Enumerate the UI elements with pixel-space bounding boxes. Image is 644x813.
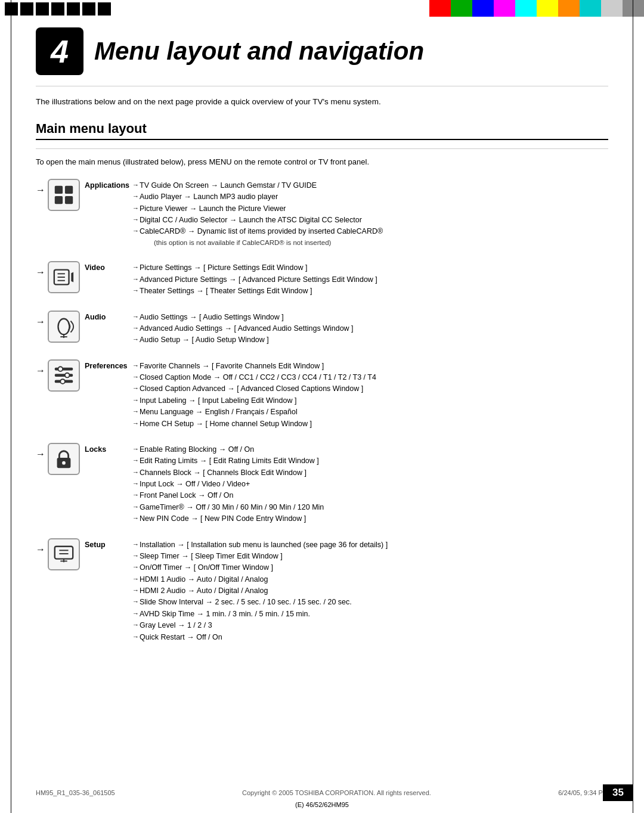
- menu-item-line: HDMI 2 Audio → Auto / Digital / Analog: [132, 585, 608, 597]
- menu-item-line: Advanced Picture Settings → [ Advanced P…: [132, 274, 608, 286]
- svg-point-15: [58, 367, 63, 371]
- bottom-model-label: (E) 46/52/62HM95: [295, 801, 349, 808]
- page-content: 4 Menu layout and navigation The illustr…: [0, 0, 644, 692]
- menu-item-line: Channels Block → [ Channels Block Edit W…: [132, 467, 608, 479]
- menu-item-line: (this option is not available if CableCA…: [132, 238, 608, 249]
- section-title: Main menu layout: [36, 121, 608, 140]
- menu-item-line: GameTimer® → Off / 30 Min / 60 Min / 90 …: [132, 502, 608, 513]
- video-icon: [48, 261, 80, 293]
- setup-items: Installation → [ Installation sub menu i…: [132, 538, 608, 643]
- menu-item-line: HDMI 1 Audio → Auto / Digital / Analog: [132, 574, 608, 585]
- page-border-left: [11, 0, 11, 813]
- menu-row-arrow: →: [36, 185, 45, 196]
- video-label: Video: [85, 261, 132, 272]
- svg-rect-2: [55, 196, 63, 204]
- menu-row-arrow: →: [36, 449, 45, 460]
- footer: HM95_R1_035-36_061505 Copyright © 2005 T…: [36, 789, 608, 796]
- audio-label: Audio: [85, 311, 132, 321]
- menu-item-line: Input Labeling → [ Input Labeling Edit W…: [132, 395, 608, 406]
- locks-icon: [48, 443, 80, 475]
- menu-item-line: Advanced Audio Settings → [ Advanced Aud…: [132, 323, 608, 334]
- menu-item-line: Audio Player → Launch MP3 audio player: [132, 191, 608, 203]
- svg-point-17: [60, 379, 65, 384]
- svg-point-16: [65, 373, 70, 377]
- menu-item-line: Home CH Setup → [ Home channel Setup Win…: [132, 418, 608, 430]
- intro-text: The illustrations below and on the next …: [36, 96, 608, 108]
- locks-label: Locks: [85, 443, 132, 454]
- menu-row-setup: →SetupInstallation → [ Installation sub …: [36, 538, 608, 643]
- svg-point-9: [58, 318, 70, 334]
- audio-items: Audio Settings → [ Audio Settings Window…: [132, 311, 608, 346]
- svg-marker-5: [71, 272, 73, 283]
- setup-label: Setup: [85, 538, 132, 549]
- menu-item-line: TV Guide On Screen → Launch Gemstar / TV…: [132, 180, 608, 191]
- menu-item-line: Front Panel Lock → Off / On: [132, 490, 608, 501]
- menu-item-line: Menu Language → English / Français / Esp…: [132, 406, 608, 418]
- preferences-label: Preferences: [85, 359, 132, 370]
- footer-right: 6/24/05, 9:34 PM: [558, 789, 608, 796]
- svg-point-19: [62, 461, 66, 465]
- menu-item-line: Picture Settings → [ Picture Settings Ed…: [132, 262, 608, 274]
- menu-item-line: Sleep Timer → [ Sleep Timer Edit Window …: [132, 551, 608, 562]
- menu-row-audio: →AudioAudio Settings → [ Audio Settings …: [36, 311, 608, 346]
- chapter-header: 4 Menu layout and navigation: [36, 27, 608, 75]
- footer-left: HM95_R1_035-36_061505: [36, 789, 115, 796]
- menu-item-line: Audio Settings → [ Audio Settings Window…: [132, 312, 608, 323]
- preferences-icon: [48, 359, 80, 392]
- svg-rect-0: [55, 186, 63, 194]
- menu-item-line: Enable Rating Blocking → Off / On: [132, 444, 608, 455]
- menu-row-video: →VideoPicture Settings → [ Picture Setti…: [36, 261, 608, 297]
- menu-item-line: Closed Caption Mode → Off / CC1 / CC2 / …: [132, 372, 608, 383]
- menu-row-arrow: →: [36, 544, 45, 555]
- menu-row-preferences: →PreferencesFavorite Channels → [ Favori…: [36, 359, 608, 430]
- video-items: Picture Settings → [ Picture Settings Ed…: [132, 261, 608, 297]
- menu-row-locks: →LocksEnable Rating Blocking → Off / OnE…: [36, 443, 608, 525]
- menu-item-line: Theater Settings → [ Theater Settings Ed…: [132, 286, 608, 297]
- applications-icon: [48, 179, 80, 211]
- menu-item-line: AVHD Skip Time → 1 min. / 3 min. / 5 min…: [132, 609, 608, 620]
- menu-row-applications: →ApplicationsTV Guide On Screen → Launch…: [36, 179, 608, 249]
- svg-rect-12: [55, 367, 73, 370]
- print-marks: [0, 0, 116, 18]
- menu-item-line: Slide Show Interval → 2 sec. / 5 sec. / …: [132, 597, 608, 608]
- menu-layout: →ApplicationsTV Guide On Screen → Launch…: [36, 179, 608, 643]
- menu-item-line: New PIN Code → [ New PIN Code Entry Wind…: [132, 513, 608, 525]
- chapter-number: 4: [36, 27, 83, 75]
- svg-rect-1: [65, 186, 73, 194]
- preferences-items: Favorite Channels → [ Favorite Channels …: [132, 359, 608, 430]
- menu-item-line: Quick Restart → Off / On: [132, 632, 608, 643]
- section-intro: To open the main menus (illustrated belo…: [36, 156, 608, 168]
- footer-copyright: Copyright © 2005 TOSHIBA CORPORATION. Al…: [242, 789, 431, 796]
- svg-rect-20: [55, 546, 73, 558]
- audio-icon: [48, 311, 80, 343]
- setup-icon: [48, 538, 80, 570]
- menu-item-line: CableCARD® → Dynamic list of items provi…: [132, 226, 608, 237]
- page-border-right: [633, 0, 633, 813]
- menu-item-line: Gray Level → 1 / 2 / 3: [132, 620, 608, 631]
- menu-item-line: Closed Caption Advanced → [ Advanced Clo…: [132, 383, 608, 395]
- locks-items: Enable Rating Blocking → Off / OnEdit Ra…: [132, 443, 608, 525]
- color-registration-bar: [429, 0, 644, 17]
- menu-row-arrow: →: [36, 365, 45, 376]
- menu-item-line: Favorite Channels → [ Favorite Channels …: [132, 361, 608, 372]
- page-number: 35: [603, 784, 633, 801]
- applications-label: Applications: [85, 179, 132, 190]
- chapter-title: Menu layout and navigation: [94, 37, 424, 66]
- svg-rect-13: [55, 374, 73, 377]
- applications-items: TV Guide On Screen → Launch Gemstar / TV…: [132, 179, 608, 249]
- menu-item-line: On/Off Timer → [ On/Off Timer Window ]: [132, 562, 608, 573]
- menu-item-line: Input Lock → Off / Video / Video+: [132, 479, 608, 490]
- menu-item-line: Audio Setup → [ Audio Setup Window ]: [132, 334, 608, 346]
- menu-row-arrow: →: [36, 267, 45, 278]
- menu-item-line: Digital CC / Audio Selector → Launch the…: [132, 215, 608, 226]
- menu-item-line: Edit Rating Limits → [ Edit Rating Limit…: [132, 455, 608, 467]
- menu-item-line: Installation → [ Installation sub menu i…: [132, 539, 608, 551]
- svg-rect-3: [65, 196, 73, 204]
- menu-row-arrow: →: [36, 316, 45, 327]
- menu-item-line: Picture Viewer → Launch the Picture View…: [132, 203, 608, 215]
